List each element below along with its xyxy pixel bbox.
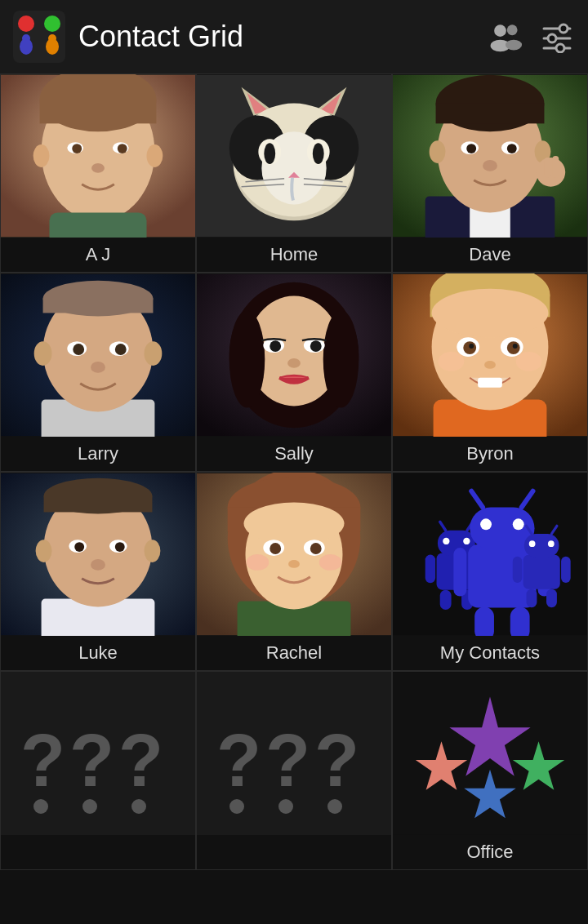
svg-point-139	[463, 538, 470, 544]
svg-point-9	[507, 24, 518, 35]
svg-text:?: ?	[20, 720, 65, 802]
svg-point-16	[556, 44, 564, 52]
svg-point-28	[147, 144, 163, 167]
svg-point-167	[33, 799, 48, 814]
svg-point-115	[115, 542, 125, 552]
svg-point-24	[72, 144, 82, 153]
svg-rect-154	[523, 555, 560, 589]
svg-point-14	[548, 34, 556, 42]
svg-point-175	[327, 799, 342, 814]
svg-rect-64	[544, 158, 550, 178]
svg-point-114	[74, 542, 84, 552]
svg-rect-111	[44, 496, 153, 513]
svg-text:?: ?	[314, 720, 359, 802]
svg-point-83	[323, 310, 359, 407]
svg-rect-142	[440, 590, 452, 610]
contact-cell-unknown2[interactable]: ? ? ?	[196, 671, 392, 870]
contact-name-larry: Larry	[1, 437, 195, 471]
svg-point-149	[513, 518, 524, 530]
svg-rect-140	[425, 555, 435, 584]
unknown-photo-1: ? ? ?	[1, 672, 195, 835]
contact-name-mycontacts: My Contacts	[393, 636, 587, 670]
unknown-photo-2: ? ? ?	[197, 672, 391, 835]
svg-point-148	[480, 518, 492, 530]
contact-name-luke: Luke	[1, 636, 195, 670]
svg-rect-55	[436, 104, 545, 124]
svg-point-86	[270, 340, 281, 352]
svg-point-2	[44, 16, 60, 32]
svg-text:?: ?	[265, 720, 310, 802]
svg-point-169	[131, 799, 146, 814]
svg-point-10	[506, 40, 522, 51]
contact-cell-rachel[interactable]: Rachel	[196, 472, 392, 671]
svg-point-128	[270, 543, 281, 554]
contact-name-byron: Byron	[393, 437, 587, 471]
svg-point-60	[483, 160, 497, 171]
svg-point-42	[264, 143, 275, 164]
contact-cell-sally[interactable]: Sally	[196, 273, 392, 472]
svg-point-82	[229, 310, 265, 407]
svg-point-117	[36, 540, 52, 562]
svg-point-159	[548, 540, 555, 547]
svg-point-59	[507, 144, 517, 153]
contact-name-home: Home	[197, 238, 391, 272]
svg-point-27	[33, 144, 50, 167]
svg-point-26	[91, 163, 105, 173]
contact-name-sally: Sally	[197, 437, 391, 471]
contact-cell-aj[interactable]: A J	[0, 73, 196, 273]
svg-point-6	[48, 34, 56, 42]
contact-cell-office[interactable]: Office	[392, 671, 588, 870]
svg-point-129	[310, 543, 322, 554]
svg-point-75	[115, 344, 127, 355]
app-icon	[13, 11, 65, 63]
svg-point-104	[439, 352, 465, 371]
svg-point-168	[82, 799, 97, 814]
svg-rect-103	[478, 378, 502, 388]
contact-cell-larry[interactable]: Larry	[0, 273, 196, 472]
svg-text:?: ?	[118, 720, 163, 802]
contact-name-dave: Dave	[393, 238, 587, 272]
contact-cell-dave[interactable]: Dave	[392, 73, 588, 273]
svg-rect-160	[513, 557, 523, 583]
svg-point-58	[466, 144, 476, 153]
svg-rect-65	[552, 156, 559, 178]
svg-point-100	[469, 344, 474, 349]
svg-point-43	[313, 143, 324, 164]
svg-point-138	[443, 538, 449, 544]
svg-text:?: ?	[216, 720, 261, 802]
svg-point-76	[91, 362, 105, 373]
contact-cell-home[interactable]: Home	[196, 73, 392, 273]
contact-name-unknown2	[197, 835, 391, 848]
app-title: Contact Grid	[78, 20, 487, 54]
svg-rect-161	[561, 557, 571, 583]
svg-point-102	[484, 361, 496, 369]
svg-text:?: ?	[69, 720, 114, 802]
svg-point-95	[432, 289, 549, 338]
svg-point-101	[513, 344, 518, 349]
contact-cell-unknown1[interactable]: ? ? ?	[0, 671, 196, 870]
svg-point-87	[310, 340, 322, 352]
svg-rect-71	[43, 299, 154, 313]
contact-cell-mycontacts[interactable]: My Contacts	[392, 472, 588, 671]
svg-point-4	[22, 34, 30, 42]
svg-point-88	[287, 358, 301, 368]
svg-point-74	[73, 344, 84, 355]
svg-point-61	[430, 140, 446, 163]
contact-cell-byron[interactable]: Byron	[392, 273, 588, 472]
svg-point-118	[145, 540, 161, 562]
contact-name-aj: A J	[1, 238, 195, 272]
svg-point-125	[244, 503, 345, 545]
svg-point-131	[246, 554, 269, 571]
svg-point-7	[494, 24, 506, 37]
svg-point-1	[18, 16, 34, 32]
svg-rect-21	[40, 100, 157, 124]
svg-point-130	[288, 560, 300, 568]
contact-name-office: Office	[393, 835, 587, 869]
contacts-group-icon[interactable]	[487, 19, 523, 55]
svg-rect-155	[524, 534, 559, 558]
svg-rect-152	[474, 606, 494, 636]
svg-point-78	[145, 341, 163, 366]
svg-rect-153	[510, 606, 530, 636]
sliders-icon[interactable]	[539, 19, 575, 55]
contact-cell-luke[interactable]: Luke	[0, 472, 196, 671]
